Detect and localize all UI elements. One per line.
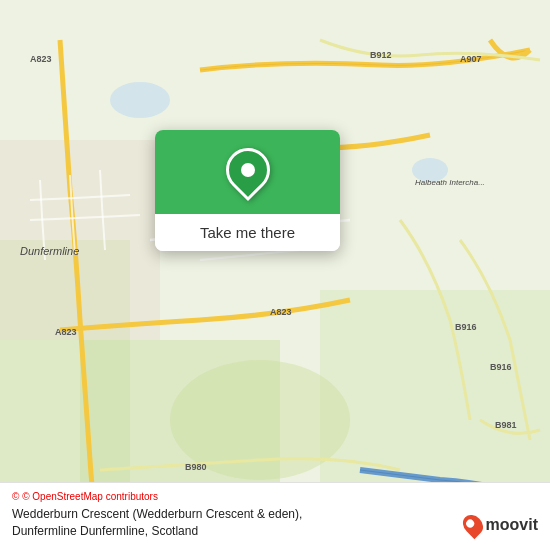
location-popup: Take me there — [155, 130, 340, 251]
pin-inner — [241, 163, 255, 177]
moovit-pin-icon — [458, 511, 486, 539]
take-me-there-button[interactable]: Take me there — [155, 214, 340, 251]
map-container: A823 A823 A823 A907 A907 B912 B916 B916 … — [0, 0, 550, 550]
svg-text:A907: A907 — [460, 54, 482, 64]
location-description: Wedderburn Crescent (Wedderburn Crescent… — [12, 506, 352, 540]
svg-text:B916: B916 — [455, 322, 477, 332]
svg-text:A823: A823 — [270, 307, 292, 317]
svg-text:B912: B912 — [370, 50, 392, 60]
svg-text:B916: B916 — [490, 362, 512, 372]
svg-text:B981: B981 — [495, 420, 517, 430]
moovit-branding: moovit — [464, 514, 538, 536]
bottom-info-bar: © © OpenStreetMap contributors Wedderbur… — [0, 482, 550, 550]
map-attribution: © © OpenStreetMap contributors — [12, 491, 538, 502]
moovit-wordmark: moovit — [486, 516, 538, 534]
map-roads: A823 A823 A823 A907 A907 B912 B916 B916 … — [0, 0, 550, 550]
attribution-text: © OpenStreetMap contributors — [22, 491, 158, 502]
svg-point-1 — [110, 82, 170, 118]
location-pin-icon — [216, 139, 278, 201]
svg-text:Dunfermline: Dunfermline — [20, 245, 79, 257]
svg-text:Halbeath Intercha...: Halbeath Intercha... — [415, 178, 485, 187]
svg-text:B980: B980 — [185, 462, 207, 472]
copyright-symbol: © — [12, 491, 19, 502]
svg-text:A823: A823 — [55, 327, 77, 337]
popup-header — [155, 130, 340, 214]
svg-text:A823: A823 — [30, 54, 52, 64]
